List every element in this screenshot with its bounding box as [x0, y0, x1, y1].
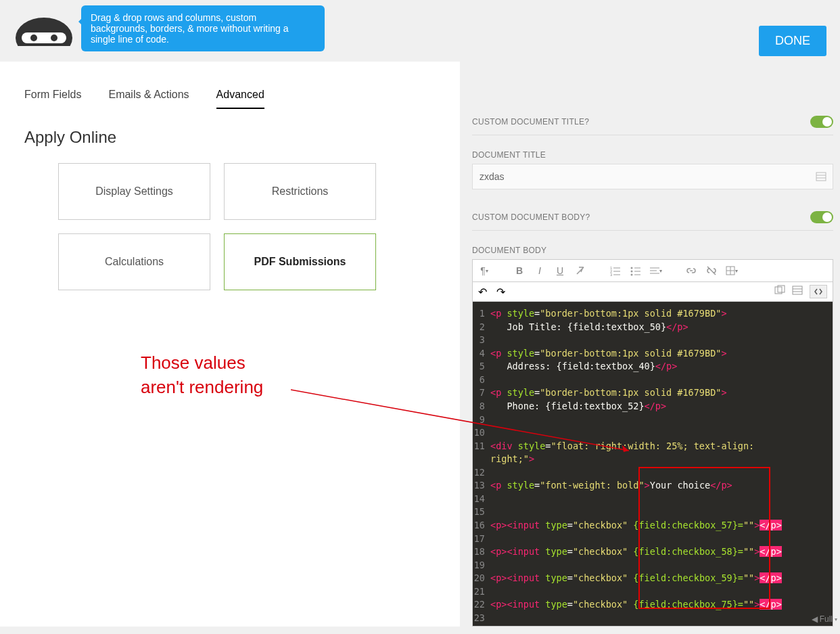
- code-line: 22<p><input type="checkbox" {field:check…: [473, 598, 833, 612]
- ninja-mascot-icon: [14, 5, 74, 46]
- document-title-label: DOCUMENT TITLE: [472, 150, 833, 160]
- code-editor[interactable]: 1<p style="border-bottom:1px solid #1679…: [472, 302, 833, 627]
- media-button[interactable]: [774, 285, 785, 298]
- promo-tooltip: Drag & drop rows and columns, custom bac…: [81, 5, 325, 51]
- code-line: 12: [473, 466, 833, 480]
- custom-doc-title-toggle[interactable]: [810, 116, 833, 128]
- tab-emails-actions[interactable]: Emails & Actions: [108, 89, 189, 109]
- annotation-text: Those values aren't rendering: [141, 350, 263, 400]
- svg-point-15: [631, 271, 633, 273]
- right-panel: CUSTOM DOCUMENT TITLE? DOCUMENT TITLE CU…: [460, 62, 840, 627]
- merge-tags-icon[interactable]: [816, 171, 826, 182]
- link-button[interactable]: [685, 264, 697, 277]
- code-line: 24<p><input type="checkbox" {field:check…: [473, 625, 833, 627]
- code-line: 13<p style="font-weight: bold">Your choi…: [473, 479, 833, 493]
- document-body-label: DOCUMENT BODY: [472, 246, 833, 255]
- code-line: 21: [473, 585, 833, 599]
- code-line: 20<p><input type="checkbox" {field:check…: [473, 572, 833, 585]
- code-line: 14: [473, 493, 833, 506]
- code-line: 6: [473, 373, 833, 387]
- code-line: right;">: [473, 453, 833, 466]
- svg-point-2: [30, 35, 37, 41]
- code-view-button[interactable]: [810, 285, 827, 298]
- left-panel: Form Fields Emails & Actions Advanced Ap…: [0, 62, 460, 627]
- card-pdf-submissions[interactable]: PDF Submissions: [224, 233, 376, 290]
- bold-button[interactable]: B: [513, 264, 526, 277]
- done-button[interactable]: DONE: [759, 26, 826, 56]
- svg-text:3: 3: [610, 273, 613, 276]
- chevron-down-icon: ▾: [835, 616, 837, 622]
- merge-tags-button[interactable]: [792, 285, 803, 298]
- editor-toolbar: ¶ ▾ B I U 123 ▾ ▾: [472, 259, 833, 282]
- svg-rect-27: [793, 286, 802, 294]
- svg-rect-4: [816, 173, 826, 181]
- code-line: 18<p><input type="checkbox" {field:check…: [473, 545, 833, 559]
- card-calculations[interactable]: Calculations: [58, 233, 210, 290]
- full-indicator[interactable]: ◀ Full ▾: [812, 614, 837, 624]
- code-line: 19: [473, 559, 833, 572]
- align-button[interactable]: ▾: [650, 264, 662, 277]
- table-button[interactable]: ▾: [726, 264, 738, 277]
- code-line: 9: [473, 413, 833, 427]
- paragraph-format-button[interactable]: ¶ ▾: [478, 264, 490, 277]
- document-title-input[interactable]: [472, 164, 833, 189]
- code-line: 10: [473, 426, 833, 440]
- unordered-list-button[interactable]: [630, 264, 642, 277]
- code-line: 2 Job Title: {field:textbox_50}</p>: [473, 321, 833, 334]
- svg-point-13: [631, 267, 633, 269]
- svg-point-17: [631, 274, 633, 276]
- card-display-settings[interactable]: Display Settings: [58, 163, 210, 220]
- ordered-list-button[interactable]: 123: [609, 264, 622, 277]
- code-line: 3: [473, 334, 833, 347]
- code-line: 16<p><input type="checkbox" {field:check…: [473, 519, 833, 533]
- undo-button[interactable]: ↶: [478, 286, 487, 298]
- svg-point-3: [51, 35, 57, 41]
- redo-button[interactable]: ↷: [496, 286, 505, 298]
- card-restrictions[interactable]: Restrictions: [224, 163, 376, 220]
- custom-doc-body-toggle[interactable]: [810, 211, 833, 223]
- tab-advanced[interactable]: Advanced: [216, 89, 264, 109]
- italic-button[interactable]: I: [534, 264, 546, 277]
- code-line: 11<div style="float: right;width: 25%; t…: [473, 440, 833, 453]
- page-title: Apply Online: [24, 128, 436, 147]
- code-line: 7<p style="border-bottom:1px solid #1679…: [473, 386, 833, 400]
- svg-rect-1: [22, 32, 66, 43]
- code-line: 15: [473, 505, 833, 519]
- custom-doc-body-label: CUSTOM DOCUMENT BODY?: [472, 212, 590, 222]
- custom-doc-title-label: CUSTOM DOCUMENT TITLE?: [472, 117, 589, 127]
- code-line: 8 Phone: {field:textbox_52}</p>: [473, 400, 833, 413]
- unlink-button[interactable]: [705, 264, 718, 277]
- code-line: 23: [473, 612, 833, 625]
- code-line: 5 Address: {field:textbox_40}</p>: [473, 360, 833, 373]
- code-line: 17: [473, 533, 833, 546]
- code-line: 1<p style="border-bottom:1px solid #1679…: [473, 307, 833, 321]
- clear-format-button[interactable]: [574, 264, 586, 277]
- underline-button[interactable]: U: [554, 264, 566, 277]
- code-line: 4<p style="border-bottom:1px solid #1679…: [473, 347, 833, 361]
- tab-form-fields[interactable]: Form Fields: [24, 89, 81, 109]
